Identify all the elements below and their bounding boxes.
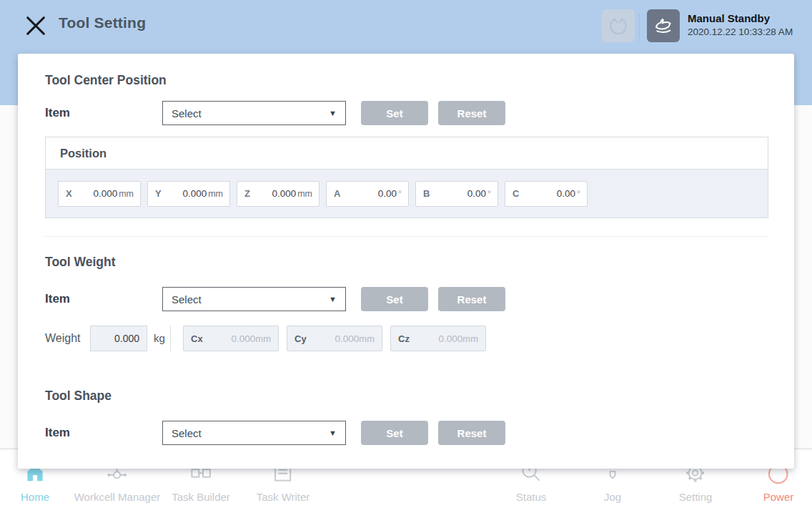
nav-label-power: Power xyxy=(763,491,794,503)
tool-setting-dialog: Tool Center Position Item Select ▼ Set R… xyxy=(18,54,794,469)
shape-reset-button[interactable]: Reset xyxy=(438,421,505,445)
shape-item-select-value: Select xyxy=(172,427,329,439)
weight-item-label: Item xyxy=(45,287,70,311)
section-title-tool-shape: Tool Shape xyxy=(45,389,112,404)
weight-label: Weight xyxy=(45,326,81,351)
position-values-row: X 0.000 mm Y 0.000 mm Z 0.000 mm A 0.00 xyxy=(46,170,768,218)
position-panel-title: Position xyxy=(46,137,768,170)
position-panel: Position X 0.000 mm Y 0.000 mm Z 0.000 m… xyxy=(45,137,768,218)
shape-set-button[interactable]: Set xyxy=(361,421,428,445)
chevron-down-icon: ▼ xyxy=(329,429,337,437)
robot-mode-status: Manual Standby 2020.12.22 10:33:28 AM xyxy=(688,11,793,39)
position-field-y: Y 0.000 mm xyxy=(147,181,230,207)
header-divider xyxy=(639,13,640,39)
weight-item-select[interactable]: Select ▼ xyxy=(162,287,346,311)
tcp-item-row: Item Select ▼ Set Reset xyxy=(45,101,768,125)
nav-label-home: Home xyxy=(21,491,49,503)
nav-label-workcell-manager: Workcell Manager xyxy=(74,491,161,503)
screen: Tool Setting Manual Standby 2020.12.22 1… xyxy=(0,0,812,508)
shape-item-label: Item xyxy=(45,421,70,445)
nav-label-status: Status xyxy=(516,491,547,503)
nav-label-task-writer: Task Writer xyxy=(257,491,310,503)
hand-icon xyxy=(652,14,675,37)
position-field-x: X 0.000 mm xyxy=(58,181,141,207)
chevron-down-icon: ▼ xyxy=(329,109,337,117)
nav-label-task-builder: Task Builder xyxy=(172,491,230,503)
manual-mode-button[interactable] xyxy=(647,9,680,42)
nav-label-setting: Setting xyxy=(679,491,713,503)
tcp-reset-button[interactable]: Reset xyxy=(438,101,505,125)
shape-item-select[interactable]: Select ▼ xyxy=(162,421,346,445)
close-button[interactable] xyxy=(21,11,50,40)
position-field-a: A 0.00 ° xyxy=(326,181,409,207)
weight-item-row: Item Select ▼ Set Reset xyxy=(45,287,768,311)
cog-field-cy: Cy 0.000 mm xyxy=(287,326,382,351)
mode-label: Manual Standby xyxy=(688,11,793,25)
position-field-b: B 0.00 ° xyxy=(415,181,498,207)
nav-label-jog: Jog xyxy=(600,491,625,503)
weight-unit: kg xyxy=(154,326,165,351)
vertical-divider xyxy=(170,326,171,351)
chevron-down-icon: ▼ xyxy=(329,295,337,303)
weight-item-select-value: Select xyxy=(172,293,329,306)
position-field-c: C 0.00 ° xyxy=(505,181,588,207)
close-icon xyxy=(23,13,49,39)
gripper-tool-button[interactable] xyxy=(602,9,635,42)
weight-input[interactable] xyxy=(90,326,147,351)
cog-field-cx: Cx 0.000 mm xyxy=(183,326,279,351)
tcp-item-label: Item xyxy=(45,101,70,125)
tcp-set-button[interactable]: Set xyxy=(361,101,428,125)
page-title: Tool Setting xyxy=(59,14,146,31)
position-field-z: Z 0.000 mm xyxy=(237,181,320,207)
section-title-tool-center-position: Tool Center Position xyxy=(45,73,167,88)
shape-item-row: Item Select ▼ Set Reset xyxy=(45,421,768,445)
gripper-icon xyxy=(607,14,630,37)
section-divider xyxy=(45,236,768,237)
weight-reset-button[interactable]: Reset xyxy=(438,287,505,311)
cog-field-cz: Cz 0.000 mm xyxy=(390,326,486,351)
tcp-item-select[interactable]: Select ▼ xyxy=(162,101,346,125)
weight-set-button[interactable]: Set xyxy=(361,287,428,311)
mode-timestamp: 2020.12.22 10:33:28 AM xyxy=(688,25,793,39)
section-title-tool-weight: Tool Weight xyxy=(45,255,116,270)
tcp-item-select-value: Select xyxy=(172,107,329,119)
